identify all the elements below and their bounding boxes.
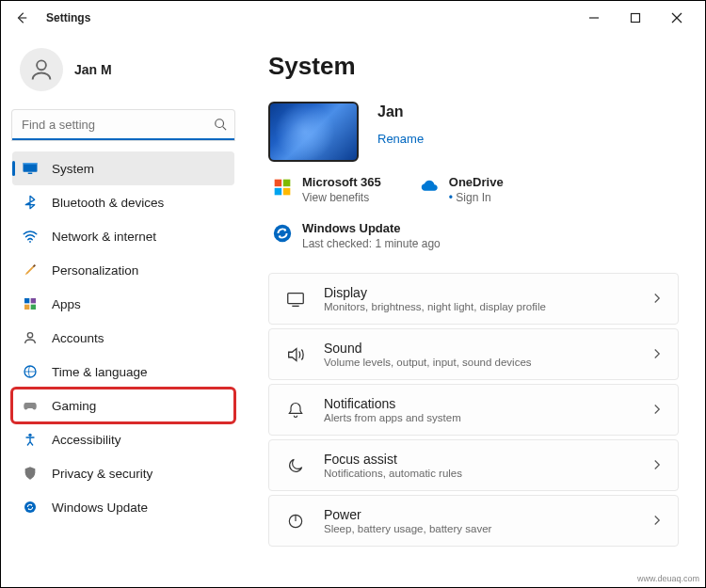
sound-icon <box>284 343 307 366</box>
device-thumbnail[interactable] <box>268 102 359 162</box>
sidebar-item-update[interactable]: Windows Update <box>12 490 234 524</box>
bluetooth-icon <box>22 194 39 211</box>
svg-point-15 <box>27 333 32 338</box>
card-notifications[interactable]: NotificationsAlerts from apps and system <box>268 384 679 436</box>
sidebar: Jan M System Bluetooth & devices Network… <box>1 35 246 587</box>
onedrive-icon <box>419 177 440 198</box>
paintbrush-icon <box>22 262 39 278</box>
user-profile[interactable]: Jan M <box>12 35 234 110</box>
card-sub: Notifications, automatic rules <box>324 468 634 479</box>
sidebar-item-system[interactable]: System <box>12 151 234 185</box>
onedrive-title: OneDrive <box>449 175 504 189</box>
card-display[interactable]: DisplayMonitors, brightness, night light… <box>268 273 679 325</box>
svg-rect-24 <box>288 293 304 303</box>
card-focus[interactable]: Focus assistNotifications, automatic rul… <box>268 439 679 491</box>
windows-update-item[interactable]: Windows Update Last checked: 1 minute ag… <box>272 221 441 250</box>
sidebar-item-network[interactable]: Network & internet <box>12 219 234 253</box>
svg-rect-13 <box>24 305 29 310</box>
sidebar-item-accessibility[interactable]: Accessibility <box>12 422 234 456</box>
maximize-icon <box>630 12 641 24</box>
update-row: Windows Update Last checked: 1 minute ag… <box>268 221 679 250</box>
sidebar-item-label: Bluetooth & devices <box>52 196 164 210</box>
svg-point-10 <box>29 241 31 243</box>
sidebar-item-label: Apps <box>52 297 81 311</box>
card-power[interactable]: PowerSleep, battery usage, battery saver <box>268 495 679 547</box>
update-icon <box>22 499 39 516</box>
sidebar-item-label: Gaming <box>52 399 96 413</box>
shield-icon <box>22 465 39 482</box>
svg-rect-9 <box>28 173 33 175</box>
sidebar-item-label: Accessibility <box>52 433 121 447</box>
search-icon <box>214 118 227 131</box>
svg-rect-14 <box>31 305 36 310</box>
wifi-icon <box>22 228 39 245</box>
winupdate-title: Windows Update <box>302 221 441 235</box>
chevron-right-icon <box>651 291 663 308</box>
sidebar-item-label: Privacy & security <box>52 467 152 481</box>
svg-rect-11 <box>24 298 29 303</box>
minimize-icon <box>588 12 600 24</box>
apps-icon <box>22 295 39 312</box>
settings-cards: DisplayMonitors, brightness, night light… <box>268 273 679 547</box>
microsoft-365-item[interactable]: Microsoft 365 View benefits <box>272 175 381 204</box>
svg-point-23 <box>274 225 291 242</box>
search-input[interactable] <box>12 110 234 140</box>
main-content: System Jan Rename Microsoft 365 View ben… <box>246 35 705 587</box>
person-icon <box>28 56 55 83</box>
avatar <box>20 48 63 91</box>
svg-rect-21 <box>275 188 282 196</box>
sidebar-item-accounts[interactable]: Accounts <box>12 321 234 355</box>
sidebar-item-privacy[interactable]: Privacy & security <box>12 456 234 490</box>
onedrive-signin: Sign In <box>456 191 490 204</box>
app-title: Settings <box>46 11 90 24</box>
svg-rect-1 <box>632 14 640 23</box>
sidebar-item-label: Time & language <box>52 365 148 379</box>
m365-sub: View benefits <box>302 191 381 204</box>
sidebar-item-label: Windows Update <box>52 501 148 515</box>
maximize-button[interactable] <box>615 1 656 35</box>
sidebar-item-bluetooth[interactable]: Bluetooth & devices <box>12 185 234 219</box>
card-sub: Monitors, brightness, night light, displ… <box>324 301 634 312</box>
sidebar-item-time[interactable]: Time & language <box>12 355 234 389</box>
rename-link[interactable]: Rename <box>377 132 424 146</box>
onedrive-bullet: • <box>449 191 453 204</box>
window-controls <box>573 1 698 35</box>
sidebar-item-personalization[interactable]: Personalization <box>12 253 234 287</box>
m365-title: Microsoft 365 <box>302 175 381 189</box>
card-sub: Volume levels, output, input, sound devi… <box>324 357 634 368</box>
gamepad-icon <box>22 397 39 414</box>
card-title: Display <box>324 285 634 300</box>
card-title: Power <box>324 507 634 522</box>
minimize-button[interactable] <box>573 1 615 35</box>
onedrive-item[interactable]: OneDrive • Sign In <box>419 175 504 204</box>
globe-clock-icon <box>22 363 39 380</box>
card-sub: Alerts from apps and system <box>324 412 634 423</box>
card-title: Sound <box>324 341 634 356</box>
display-icon <box>284 288 307 310</box>
sidebar-item-label: Personalization <box>52 263 138 278</box>
moon-icon <box>284 454 307 477</box>
bell-icon <box>284 399 307 421</box>
device-name: Jan <box>377 103 424 120</box>
sidebar-item-apps[interactable]: Apps <box>12 287 234 321</box>
svg-rect-20 <box>283 180 291 187</box>
user-name: Jan M <box>74 62 112 77</box>
sidebar-item-label: System <box>52 162 94 176</box>
sidebar-item-gaming[interactable]: Gaming <box>12 389 234 422</box>
chevron-right-icon <box>651 513 663 530</box>
svg-rect-8 <box>24 163 38 165</box>
card-title: Focus assist <box>324 452 634 467</box>
card-sound[interactable]: SoundVolume levels, output, input, sound… <box>268 328 679 380</box>
device-section: Jan Rename <box>268 102 679 162</box>
sidebar-item-label: Network & internet <box>52 230 156 244</box>
windows-update-icon <box>272 223 293 244</box>
watermark: www.deuaq.com <box>637 574 699 583</box>
svg-line-6 <box>223 127 227 131</box>
back-arrow-icon <box>15 11 28 24</box>
accounts-icon <box>22 329 39 346</box>
back-button[interactable] <box>8 5 35 31</box>
close-button[interactable] <box>656 1 698 35</box>
cloud-services-row: Microsoft 365 View benefits OneDrive • S… <box>268 175 679 204</box>
microsoft-365-icon <box>272 177 293 198</box>
card-sub: Sleep, battery usage, battery saver <box>324 523 634 534</box>
